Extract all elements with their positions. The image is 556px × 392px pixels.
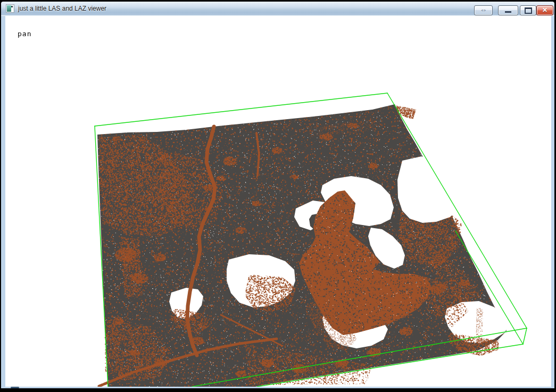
window-border-left — [1, 16, 5, 388]
app-icon — [6, 4, 14, 13]
window-border-bottom — [1, 387, 554, 388]
resize-toggle-button[interactable]: ⇔ — [474, 5, 493, 15]
desktop: { "title_bar": { "title": "just a little… — [0, 0, 556, 392]
close-icon: ✕ — [542, 6, 547, 14]
viewer-window: just a little LAS and LAZ viewer ⇔ ✕ pan — [1, 2, 554, 388]
double-arrow-icon: ⇔ — [480, 6, 487, 14]
mode-label: pan — [18, 30, 31, 38]
maximize-icon — [525, 7, 532, 14]
viewer-client-area: pan — [5, 16, 551, 387]
border-artifact — [11, 387, 19, 388]
titlebar[interactable]: just a little LAS and LAZ viewer ⇔ ✕ — [1, 2, 554, 16]
minimize-button[interactable] — [498, 5, 518, 15]
app-icon-dot — [11, 6, 13, 7]
point-cloud-canvas[interactable] — [5, 16, 551, 387]
window-title: just a little LAS and LAZ viewer — [18, 5, 106, 12]
close-button[interactable]: ✕ — [536, 5, 553, 15]
window-border-right — [551, 16, 554, 388]
minimize-icon — [505, 11, 511, 13]
maximize-button[interactable] — [520, 5, 536, 15]
